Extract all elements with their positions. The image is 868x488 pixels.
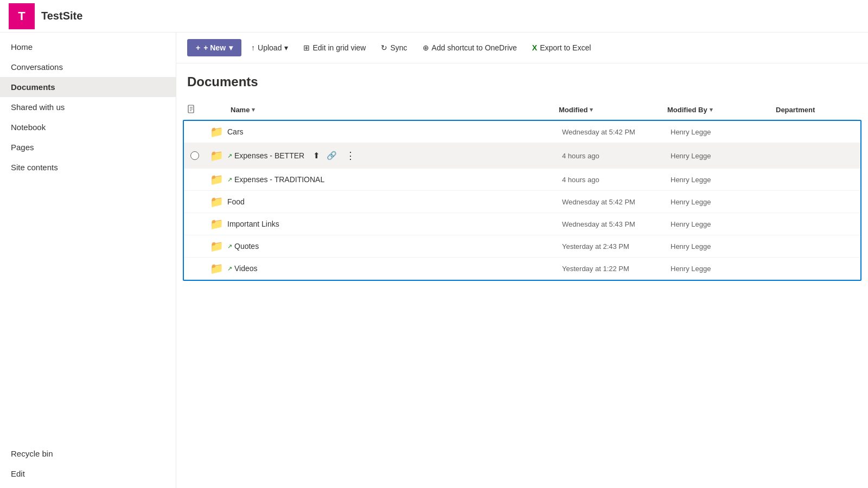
sidebar: Home Conversations Documents Shared with… bbox=[0, 33, 176, 488]
sync-icon: ↻ bbox=[381, 43, 387, 52]
table-row: 📁 Cars Wednesday at 5:42 PM Henry Legge bbox=[184, 121, 860, 143]
site-logo: T bbox=[9, 3, 35, 29]
sidebar-spacer bbox=[0, 177, 176, 444]
row-folder-icon-expenses-better: 📁 bbox=[206, 149, 227, 162]
sync-badge-videos: ↗ bbox=[227, 265, 232, 272]
row-name-cars: Cars bbox=[227, 127, 562, 136]
new-button[interactable]: + + New ▾ bbox=[187, 39, 241, 56]
col-modified-header[interactable]: Modified ▾ bbox=[559, 106, 667, 114]
add-shortcut-label: Add shortcut to OneDrive bbox=[432, 43, 517, 52]
row-folder-icon-important-links: 📁 bbox=[206, 217, 227, 230]
main-layout: Home Conversations Documents Shared with… bbox=[0, 33, 868, 488]
col-dept-header: Department bbox=[776, 106, 857, 114]
edit-grid-label: Edit in grid view bbox=[312, 43, 366, 52]
upload-chevron-icon: ▾ bbox=[284, 43, 288, 52]
sync-badge-expenses-traditional: ↗ bbox=[227, 176, 232, 183]
new-label: + New bbox=[203, 43, 226, 52]
row-modified-expenses-better: 4 hours ago bbox=[562, 152, 671, 160]
plus-icon: + bbox=[196, 43, 200, 52]
row-name-important-links: Important Links bbox=[227, 220, 562, 228]
row-modified-by-cars: Henry Legge bbox=[671, 128, 779, 136]
row-modified-quotes: Yesterday at 2:43 PM bbox=[562, 242, 671, 251]
row-name-expenses-traditional: ↗ Expenses - TRADITIONAL bbox=[227, 175, 562, 184]
sidebar-item-pages[interactable]: Pages bbox=[0, 137, 176, 157]
sidebar-item-conversations[interactable]: Conversations bbox=[0, 57, 176, 77]
more-actions-button[interactable]: ⋮ bbox=[341, 147, 360, 164]
row-actions-expenses-better: ⬆ 🔗 ⋮ bbox=[311, 147, 360, 164]
sidebar-item-documents[interactable]: Documents bbox=[0, 77, 176, 97]
folder-name-cars[interactable]: Cars bbox=[227, 127, 244, 136]
row-name-videos: ↗ Videos bbox=[227, 264, 562, 273]
row-modified-by-important-links: Henry Legge bbox=[671, 220, 779, 228]
sync-button[interactable]: ↻ Sync bbox=[375, 39, 412, 56]
sidebar-item-shared-with-us[interactable]: Shared with us bbox=[0, 97, 176, 117]
upload-label: Upload bbox=[258, 43, 282, 52]
sync-badge-expenses-better: ↗ bbox=[227, 152, 232, 159]
grid-icon: ⊞ bbox=[303, 43, 310, 52]
row-modified-important-links: Wednesday at 5:43 PM bbox=[562, 220, 671, 228]
upload-icon: ↑ bbox=[251, 43, 255, 52]
edit-grid-button[interactable]: ⊞ Edit in grid view bbox=[298, 39, 371, 56]
row-modified-by-food: Henry Legge bbox=[671, 198, 779, 206]
row-name-expenses-better: ↗ Expenses - BETTER ⬆ 🔗 ⋮ bbox=[227, 147, 562, 164]
sidebar-item-edit[interactable]: Edit bbox=[0, 464, 176, 484]
folder-name-important-links[interactable]: Important Links bbox=[227, 220, 279, 228]
sidebar-item-site-contents[interactable]: Site contents bbox=[0, 157, 176, 177]
table-row: 📁 ↗ Expenses - BETTER ⬆ 🔗 ⋮ bbox=[184, 143, 860, 169]
documents-title: Documents bbox=[187, 74, 857, 89]
file-header-icon bbox=[187, 105, 196, 113]
sidebar-item-notebook[interactable]: Notebook bbox=[0, 117, 176, 137]
shortcut-icon: ⊕ bbox=[423, 43, 429, 52]
col-name-header[interactable]: Name ▾ bbox=[231, 106, 559, 114]
export-button[interactable]: X Export to Excel bbox=[527, 39, 597, 56]
documents-section: Documents Name ▾ Modified bbox=[176, 63, 868, 488]
folder-name-expenses-better[interactable]: Expenses - BETTER bbox=[234, 151, 304, 160]
top-header: T TestSite bbox=[0, 0, 868, 33]
new-chevron-icon: ▾ bbox=[229, 43, 233, 52]
col-check-header bbox=[187, 105, 209, 115]
row-modified-videos: Yesterday at 1:22 PM bbox=[562, 265, 671, 273]
export-label: Export to Excel bbox=[540, 43, 591, 52]
row-modified-food: Wednesday at 5:42 PM bbox=[562, 198, 671, 206]
table-row: 📁 ↗ Expenses - TRADITIONAL 4 hours ago H… bbox=[184, 169, 860, 191]
row-folder-icon-videos: 📁 bbox=[206, 262, 227, 275]
table-header: Name ▾ Modified ▾ Modified By ▾ Departme… bbox=[187, 100, 857, 120]
table-row: 📁 Food Wednesday at 5:42 PM Henry Legge bbox=[184, 191, 860, 213]
row-modified-by-expenses-traditional: Henry Legge bbox=[671, 176, 779, 184]
copy-link-icon: 🔗 bbox=[327, 151, 337, 160]
folder-name-expenses-traditional[interactable]: Expenses - TRADITIONAL bbox=[234, 175, 324, 184]
table-row: 📁 ↗ Quotes Yesterday at 2:43 PM Henry Le… bbox=[184, 235, 860, 258]
row-modified-expenses-traditional: 4 hours ago bbox=[562, 176, 671, 184]
share-action-button[interactable]: ⬆ bbox=[311, 149, 322, 163]
sync-badge-quotes: ↗ bbox=[227, 243, 232, 250]
sync-label: Sync bbox=[390, 43, 407, 52]
site-title: TestSite bbox=[41, 10, 82, 22]
sidebar-item-home[interactable]: Home bbox=[0, 37, 176, 57]
row-folder-icon-cars: 📁 bbox=[206, 125, 227, 138]
row-modified-by-quotes: Henry Legge bbox=[671, 242, 779, 251]
radio-expenses-better[interactable] bbox=[190, 151, 199, 160]
folder-name-videos[interactable]: Videos bbox=[234, 264, 258, 273]
row-folder-icon-food: 📁 bbox=[206, 195, 227, 208]
upload-button[interactable]: ↑ Upload ▾ bbox=[246, 39, 293, 56]
col-modified-by-header[interactable]: Modified By ▾ bbox=[667, 106, 776, 114]
name-sort-icon: ▾ bbox=[252, 106, 255, 113]
modified-sort-icon: ▾ bbox=[590, 106, 593, 113]
row-check-expenses-better[interactable] bbox=[184, 151, 206, 160]
row-name-quotes: ↗ Quotes bbox=[227, 242, 562, 251]
modified-by-sort-icon: ▾ bbox=[710, 106, 713, 113]
sidebar-item-recycle-bin[interactable]: Recycle bin bbox=[0, 444, 176, 464]
row-modified-by-expenses-better: Henry Legge bbox=[671, 152, 779, 160]
toolbar: + + New ▾ ↑ Upload ▾ ⊞ Edit in grid view… bbox=[176, 33, 868, 63]
excel-icon: X bbox=[532, 43, 537, 52]
content-area: + + New ▾ ↑ Upload ▾ ⊞ Edit in grid view… bbox=[176, 33, 868, 488]
folder-name-food[interactable]: Food bbox=[227, 197, 245, 206]
row-name-food: Food bbox=[227, 197, 562, 206]
copy-link-action-button[interactable]: 🔗 bbox=[324, 149, 339, 163]
row-folder-icon-expenses-traditional: 📁 bbox=[206, 173, 227, 186]
share-icon: ⬆ bbox=[313, 151, 320, 160]
add-shortcut-button[interactable]: ⊕ Add shortcut to OneDrive bbox=[417, 39, 522, 56]
row-folder-icon-quotes: 📁 bbox=[206, 240, 227, 253]
row-modified-cars: Wednesday at 5:42 PM bbox=[562, 128, 671, 136]
folder-name-quotes[interactable]: Quotes bbox=[234, 242, 259, 251]
